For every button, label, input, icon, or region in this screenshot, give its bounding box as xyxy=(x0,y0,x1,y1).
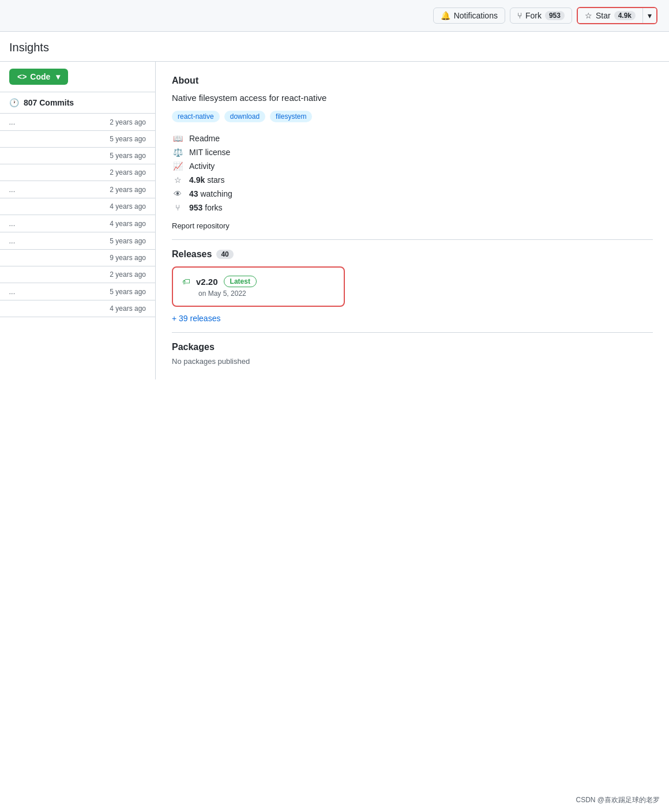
file-row[interactable]: 4 years ago xyxy=(0,300,155,317)
commits-label: 807 Commits xyxy=(24,98,74,107)
packages-title: Packages xyxy=(172,342,653,352)
star-count: 4.9k xyxy=(614,11,636,20)
about-description: Native filesystem access for react-nativ… xyxy=(172,93,653,103)
topics-list: react-native download filesystem xyxy=(172,111,653,122)
star-button[interactable]: ☆ Star 4.9k xyxy=(578,8,642,23)
fork-icon: ⑂ xyxy=(517,11,522,20)
no-packages-label: No packages published xyxy=(172,357,653,366)
file-row[interactable]: ... 5 years ago xyxy=(0,283,155,300)
eye-icon: 👁 xyxy=(172,189,183,198)
activity-icon: 📈 xyxy=(172,161,183,171)
release-top: 🏷 v2.20 Latest xyxy=(182,276,334,287)
left-panel: <> Code ▾ 🕐 807 Commits ... 2 years ago … xyxy=(0,62,156,379)
fork-label: Fork xyxy=(525,11,542,20)
repo-meta-list: 📖 Readme ⚖️ MIT license 📈 Activity ☆ 4.9… xyxy=(172,131,653,215)
file-row[interactable]: 4 years ago xyxy=(0,198,155,215)
insights-label: Insights xyxy=(9,41,49,54)
release-card[interactable]: 🏷 v2.20 Latest on May 5, 2022 xyxy=(172,266,345,307)
release-version: v2.20 xyxy=(196,277,218,287)
notifications-label: Notifications xyxy=(454,11,498,20)
tag-icon: 🏷 xyxy=(182,277,190,286)
releases-divider xyxy=(172,239,653,240)
clock-icon: 🕐 xyxy=(9,98,19,107)
watching-value: 43 watching xyxy=(189,189,232,198)
releases-title: Releases xyxy=(172,249,212,260)
code-label: Code xyxy=(30,72,50,81)
file-row[interactable]: ... 2 years ago xyxy=(0,114,155,131)
file-row[interactable]: ... 2 years ago xyxy=(0,181,155,198)
activity-link[interactable]: Activity xyxy=(189,161,215,171)
scale-icon: ⚖️ xyxy=(172,148,183,157)
file-row[interactable]: ... 5 years ago xyxy=(0,232,155,250)
top-bar: 🔔 Notifications ⑂ Fork 953 ☆ Star 4.9k ▾ xyxy=(0,0,669,32)
readme-link[interactable]: Readme xyxy=(189,134,220,143)
chevron-down-icon: ▾ xyxy=(648,11,652,20)
meta-activity[interactable]: 📈 Activity xyxy=(172,159,653,173)
fork-button[interactable]: ⑂ Fork 953 xyxy=(510,7,572,24)
releases-header: Releases 40 xyxy=(172,249,653,260)
notifications-button[interactable]: 🔔 Notifications xyxy=(433,7,505,24)
packages-divider xyxy=(172,332,653,333)
commits-row[interactable]: 🕐 807 Commits xyxy=(0,92,155,114)
star-dropdown-button[interactable]: ▾ xyxy=(642,8,656,23)
meta-watching[interactable]: 👁 43 watching xyxy=(172,187,653,201)
license-link[interactable]: MIT license xyxy=(189,148,230,157)
file-row[interactable]: 2 years ago xyxy=(0,164,155,181)
star-button-wrapper: ☆ Star 4.9k ▾ xyxy=(577,7,657,24)
stars-value: 4.9k stars xyxy=(189,175,224,185)
topic-badge-filesystem[interactable]: filesystem xyxy=(270,111,312,122)
file-list: ... 2 years ago 5 years ago 5 years ago … xyxy=(0,114,155,317)
meta-stars[interactable]: ☆ 4.9k stars xyxy=(172,173,653,187)
insights-bar: Insights xyxy=(0,32,669,62)
star-meta-icon: ☆ xyxy=(172,175,183,185)
code-area: <> Code ▾ xyxy=(0,62,155,92)
file-row[interactable]: 5 years ago xyxy=(0,148,155,164)
fork-count: 953 xyxy=(545,11,565,20)
releases-count: 40 xyxy=(216,250,233,259)
star-icon: ☆ xyxy=(585,11,592,20)
book-icon: 📖 xyxy=(172,134,183,143)
star-label: Star xyxy=(596,11,611,20)
meta-license[interactable]: ⚖️ MIT license xyxy=(172,145,653,159)
report-repository-link[interactable]: Report repository xyxy=(172,221,653,230)
bell-icon: 🔔 xyxy=(441,11,450,20)
more-releases-link[interactable]: + 39 releases xyxy=(172,314,220,323)
fork-meta-icon: ⑂ xyxy=(172,203,183,212)
watermark: CSDN @喜欢踢足球的老罗 xyxy=(576,795,660,805)
file-row[interactable]: 2 years ago xyxy=(0,266,155,283)
file-row[interactable]: 9 years ago xyxy=(0,250,155,266)
forks-value: 953 forks xyxy=(189,203,223,212)
file-row[interactable]: ... 4 years ago xyxy=(0,215,155,232)
topic-badge-download[interactable]: download xyxy=(224,111,265,122)
meta-readme[interactable]: 📖 Readme xyxy=(172,131,653,145)
code-icon: <> xyxy=(17,72,27,81)
about-title: About xyxy=(172,76,653,86)
topic-badge-react-native[interactable]: react-native xyxy=(172,111,220,122)
release-date: on May 5, 2022 xyxy=(198,290,334,298)
code-chevron-icon: ▾ xyxy=(56,72,60,81)
latest-badge: Latest xyxy=(224,276,257,287)
code-button[interactable]: <> Code ▾ xyxy=(9,69,68,85)
file-row[interactable]: 5 years ago xyxy=(0,131,155,148)
meta-forks[interactable]: ⑂ 953 forks xyxy=(172,201,653,215)
right-panel: About Native filesystem access for react… xyxy=(156,62,669,379)
